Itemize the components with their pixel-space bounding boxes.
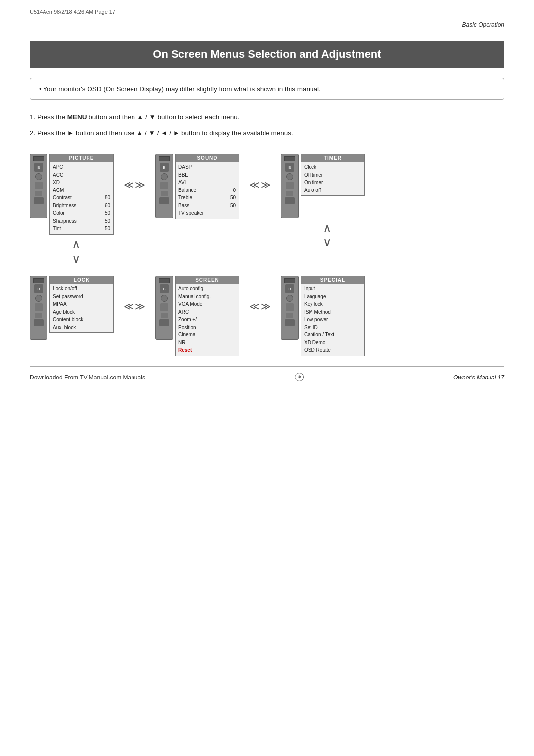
remote-top-rect: [159, 278, 170, 283]
osd-item: Caption / Text: [304, 331, 361, 339]
remote-arrow-3: [286, 191, 293, 196]
osd-panel-screen: SCREEN Auto config. Manual config. VGA M…: [175, 276, 239, 356]
lr-arrows-2: ≪ ≫: [249, 154, 271, 190]
osd-item: Bass50: [178, 202, 236, 210]
osd-item: AVL: [178, 179, 236, 187]
remote-circle-5: [161, 295, 168, 302]
osd-item: APC: [53, 163, 110, 171]
footer-page-label: Owner's Manual 17: [453, 374, 504, 381]
remote-circle-1: [35, 173, 42, 180]
osd-item: Input: [304, 285, 361, 293]
osd-item: ISM Method: [304, 308, 361, 316]
osd-panel-special: SPECIAL Input Language Key lock ISM Meth…: [301, 276, 365, 356]
osd-item: MPAA: [53, 300, 110, 308]
osd-item: Reset: [178, 346, 236, 354]
osd-panel-sound: SOUND DASP BBE AVL Balance0 Treble50 Bas…: [175, 154, 239, 219]
step-2: 2. Press the ► button and then use ▲ / ▼…: [30, 127, 504, 140]
osd-item: NR: [178, 339, 236, 347]
osd-item: TV speaker: [178, 209, 236, 217]
osd-items-screen: Auto config. Manual config. VGA Mode ARC…: [176, 284, 239, 356]
osd-header-lock: LOCK: [50, 276, 113, 284]
osd-item: Sharpness50: [53, 217, 110, 225]
osd-item: ACM: [53, 187, 110, 194]
remote-pen-2: [160, 182, 168, 189]
lr-arrows-4: ≪ ≫: [249, 276, 271, 312]
osd-item: Age block: [53, 308, 110, 316]
remote-bottom-icon-5: [159, 319, 169, 326]
osd-items-sound: DASP BBE AVL Balance0 Treble50 Bass50 TV…: [176, 162, 239, 219]
remote-arrow-1: [35, 191, 42, 196]
osd-item: OSD Rotate: [304, 346, 361, 354]
remote-icon-1: B: [34, 163, 43, 172]
remote-sidebar-sound: B: [155, 154, 173, 218]
remote-pen-4: [35, 303, 43, 311]
updown-arrows-timer: ∧ ∨: [290, 221, 365, 250]
footer-link-text: Downloaded From TV-Manual.com Manuals: [30, 374, 145, 381]
osd-item: Tint50: [53, 225, 110, 233]
osd-item: Set password: [53, 293, 110, 301]
remote-circle-4: [35, 295, 42, 302]
bottom-rule: [30, 366, 504, 367]
timer-panel-group: B TIMER Clock Off timer On timer Auto of…: [281, 154, 365, 250]
lock-panel-group: B LOCK Lock on/off Set password MPAA Age…: [30, 276, 114, 340]
footer-link[interactable]: Downloaded From TV-Manual.com Manuals: [30, 374, 145, 381]
osd-item: Aux. block: [53, 324, 110, 331]
section-label: Basic Operation: [0, 18, 534, 33]
remote-sidebar-special: B: [281, 276, 299, 340]
osd-item: VGA Mode: [178, 300, 236, 308]
remote-top-rect: [33, 156, 44, 161]
osd-item: Set ID: [304, 324, 361, 331]
osd-items-special: Input Language Key lock ISM Method Low p…: [301, 284, 364, 356]
osd-item: Key lock: [304, 300, 361, 308]
lr-arrows-3: ≪ ≫: [124, 276, 145, 312]
remote-sidebar-screen: B: [155, 276, 173, 340]
osd-item: Low power: [304, 316, 361, 324]
osd-panel-timer: TIMER Clock Off timer On timer Auto off: [301, 154, 365, 196]
page-footer: Downloaded From TV-Manual.com Manuals ⊕ …: [0, 371, 534, 389]
remote-sidebar-picture: B: [30, 154, 47, 218]
osd-item: DASP: [178, 163, 236, 171]
picture-panel-group: B PICTURE APC ACC XD ACM Contrast80: [30, 154, 114, 266]
osd-item: Contrast80: [53, 194, 110, 202]
remote-icon-3: B: [285, 163, 294, 172]
osd-item: Clock: [304, 163, 361, 171]
file-info: U514Aen 98/2/18 4:26 AM Page 17: [30, 9, 115, 15]
lr-arrows-1: ≪ ≫: [124, 154, 145, 190]
remote-icon-4: B: [34, 284, 43, 293]
remote-bottom-icon-6: [285, 319, 295, 326]
osd-item: Position: [178, 324, 236, 331]
remote-bottom-icon-4: [34, 319, 44, 326]
remote-pen-3: [286, 182, 294, 189]
info-box-text: • Your monitor's OSD (On Screen Display)…: [39, 85, 321, 93]
osd-panel-picture: PICTURE APC ACC XD ACM Contrast80 Bright…: [49, 154, 114, 235]
remote-circle-6: [286, 295, 293, 302]
osd-item: XD: [53, 179, 110, 187]
osd-item: XD Demo: [304, 339, 361, 347]
osd-item: Zoom +/-: [178, 316, 236, 324]
info-box: • Your monitor's OSD (On Screen Display)…: [30, 78, 504, 100]
remote-arrow-4: [35, 313, 42, 318]
remote-top-rect: [33, 278, 44, 283]
osd-item: Auto config.: [178, 285, 236, 293]
osd-header-special: SPECIAL: [301, 276, 364, 284]
page-meta: U514Aen 98/2/18 4:26 AM Page 17: [0, 0, 534, 18]
osd-items-lock: Lock on/off Set password MPAA Age block …: [50, 284, 113, 332]
remote-pen-5: [160, 303, 168, 311]
osd-panel-lock: LOCK Lock on/off Set password MPAA Age b…: [49, 276, 114, 333]
remote-icon-2: B: [160, 163, 169, 172]
remote-sidebar-timer: B: [281, 154, 299, 218]
remote-top-rect: [159, 156, 170, 161]
footer-center: ⊕: [295, 373, 304, 382]
osd-item: Content block: [53, 316, 110, 324]
remote-pen-1: [35, 182, 43, 189]
remote-top-rect: [284, 156, 295, 161]
osd-item: Off timer: [304, 171, 361, 179]
osd-item: Manual config.: [178, 293, 236, 301]
osd-item: Language: [304, 293, 361, 301]
osd-items-picture: APC ACC XD ACM Contrast80 Brightness60 C…: [50, 162, 113, 234]
osd-item: ARC: [178, 308, 236, 316]
title-banner: On Screen Menus Selection and Adjustment: [30, 41, 504, 68]
sound-panel-group: B SOUND DASP BBE AVL Balance0 Treble50 B…: [155, 154, 239, 219]
step-1: 1. Press the MENU button and then ▲ / ▼ …: [30, 111, 504, 124]
osd-header-picture: PICTURE: [50, 154, 113, 162]
